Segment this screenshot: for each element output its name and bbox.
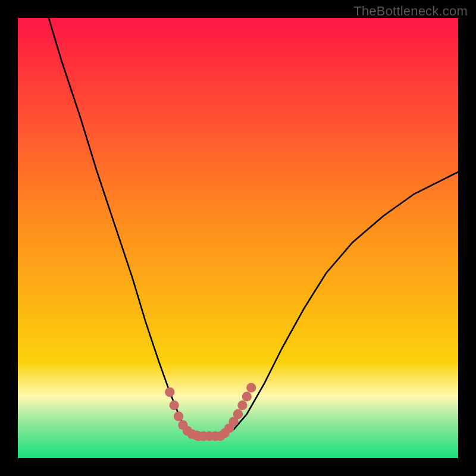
watermark-text: TheBottleneck.com [353,4,468,19]
marker-dot [165,387,174,397]
chart-svg [18,18,458,458]
marker-dot [233,409,243,419]
marker-dot [174,412,183,421]
chart-frame: TheBottleneck.com [0,0,476,476]
marker-dot [170,400,179,410]
marker-dot [242,392,252,401]
gradient-background [18,18,458,458]
plot-area [18,18,458,458]
marker-dot [246,383,256,392]
marker-dot [237,400,247,410]
